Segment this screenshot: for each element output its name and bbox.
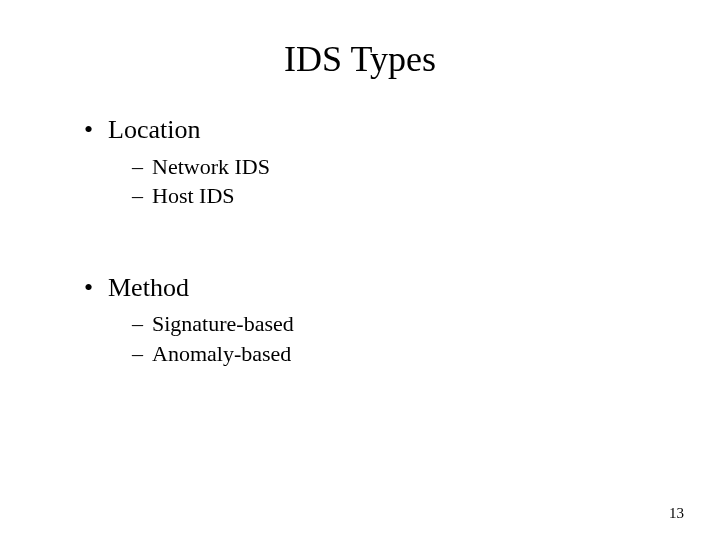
section-heading: Location [108, 115, 200, 144]
slide-content: Location Network IDS Host IDS Method Sig… [60, 114, 660, 367]
spacer [60, 218, 660, 272]
sub-item-label: Network IDS [152, 154, 270, 179]
bullet-list: Location Network IDS Host IDS [60, 114, 660, 210]
slide-title: IDS Types [60, 38, 660, 80]
section-heading: Method [108, 273, 189, 302]
sub-list: Signature-based Anomaly-based [108, 310, 660, 367]
list-item: Signature-based [132, 310, 660, 338]
list-item: Location Network IDS Host IDS [84, 114, 660, 210]
list-item: Network IDS [132, 153, 660, 181]
list-item: Host IDS [132, 182, 660, 210]
list-item: Anomaly-based [132, 340, 660, 368]
sub-item-label: Signature-based [152, 311, 294, 336]
sub-list: Network IDS Host IDS [108, 153, 660, 210]
sub-item-label: Anomaly-based [152, 341, 291, 366]
slide: IDS Types Location Network IDS Host IDS … [0, 0, 720, 540]
bullet-list: Method Signature-based Anomaly-based [60, 272, 660, 368]
sub-item-label: Host IDS [152, 183, 235, 208]
page-number: 13 [669, 505, 684, 522]
list-item: Method Signature-based Anomaly-based [84, 272, 660, 368]
